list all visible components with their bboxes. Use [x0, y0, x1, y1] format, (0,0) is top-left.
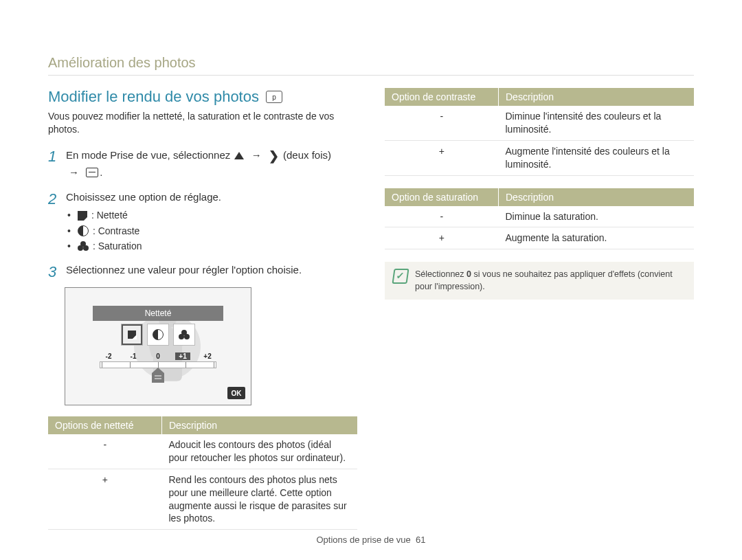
image-adjust-icon [86, 168, 98, 177]
table-cell-option: + [385, 140, 499, 175]
table-header: Options de netteté [48, 416, 162, 434]
lcd-icon-row [121, 324, 195, 346]
scale-label: 0 [150, 352, 166, 360]
table-row: + Augmente l'intensité des couleurs et l… [385, 140, 694, 175]
note-text: Sélectionnez 0 si vous ne souhaitez pas … [415, 269, 686, 293]
bullet-contrast-label: : Contraste [93, 224, 139, 238]
table-cell-option: + [48, 469, 162, 530]
svg-rect-3 [155, 375, 161, 377]
table-row: + Augmente la saturation. [385, 227, 694, 249]
bullet-saturation-label: : Saturation [93, 239, 142, 253]
step-1: 1 En mode Prise de vue, sélectionnez → ❯… [48, 147, 357, 180]
table-cell-option: - [385, 106, 499, 140]
intro-paragraph: Vous pouvez modifier la netteté, la satu… [48, 110, 357, 136]
step-3: 3 Sélectionnez une valeur pour régler l'… [48, 262, 357, 278]
note-box: ✓ Sélectionnez 0 si vous ne souhaitez pa… [385, 262, 694, 300]
chevron-right-icon: ❯ [269, 147, 279, 165]
table-cell-desc: Diminue la saturation. [499, 206, 695, 227]
page: Amélioration des photos Modifier le rend… [0, 0, 742, 560]
arrow-right-icon: → [251, 149, 262, 161]
bullet-sharpness-label: : Netteté [91, 208, 128, 222]
scale-label: -2 [101, 352, 116, 360]
bullet-contrast: : Contraste [67, 224, 357, 238]
lcd-contrast-button[interactable] [147, 324, 169, 346]
columns: Modifier le rendu de vos photos p Vous p… [48, 88, 694, 542]
table-cell-option: - [385, 206, 499, 227]
table-cell-desc: Diminue l'intensité des couleurs et la l… [499, 106, 695, 140]
step-2: 2 Choisissez une option de réglage. : Ne… [48, 190, 357, 254]
step-1-text-twice: (deux fois) [283, 149, 331, 161]
table-header: Description [499, 188, 695, 206]
contrast-table: Option de contraste Description - Diminu… [385, 88, 694, 176]
mode-badge-icon: p [266, 91, 282, 103]
footer-page-number: 61 [416, 535, 425, 545]
scale-label: +2 [200, 352, 215, 360]
bullet-sharpness: : Netteté [67, 208, 357, 222]
saturation-table: Option de saturation Description - Dimin… [385, 188, 694, 250]
lcd-title-bar: Netteté [93, 306, 223, 321]
table-header: Description [499, 88, 695, 106]
step-number: 2 [48, 188, 56, 210]
slider-handle-icon[interactable] [152, 368, 164, 383]
sharpness-table: Options de netteté Description - Adoucit… [48, 416, 357, 530]
footer-label: Options de prise de vue [316, 535, 410, 545]
step-number: 3 [48, 261, 56, 283]
saturation-icon [78, 241, 89, 251]
svg-rect-4 [155, 378, 161, 379]
step-1-text-post: . [100, 166, 102, 178]
table-cell-desc: Adoucit les contours des photos (idéal p… [162, 434, 358, 469]
triangle-up-icon [234, 152, 244, 159]
step-3-text: Sélectionnez une valeur pour régler l'op… [66, 264, 302, 276]
note-icon: ✓ [392, 269, 409, 284]
table-cell-option: + [385, 227, 499, 249]
table-row: - Adoucit les contours des photos (idéal… [48, 434, 357, 469]
table-header: Option de saturation [385, 188, 499, 206]
scale-label: -1 [126, 352, 141, 360]
section-title: Amélioration des photos [48, 0, 694, 76]
saturation-icon [179, 330, 190, 339]
table-row: - Diminue la saturation. [385, 206, 694, 227]
step-number: 1 [48, 146, 56, 168]
table-row: + Rend les contours des photos plus nets… [48, 469, 357, 530]
right-column: Option de contraste Description - Diminu… [385, 88, 694, 542]
sharpness-icon [78, 211, 87, 221]
step-1-text-pre: En mode Prise de vue, sélectionnez [66, 149, 233, 161]
page-heading: Modifier le rendu de vos photos p [48, 88, 357, 106]
left-column: Modifier le rendu de vos photos p Vous p… [48, 88, 357, 542]
contrast-icon [78, 225, 89, 236]
table-cell-desc: Augmente l'intensité des couleurs et la … [499, 140, 695, 175]
sharpness-icon [128, 331, 136, 339]
scale-label-selected: +1 [175, 352, 190, 360]
page-footer: Options de prise de vue 61 [0, 535, 742, 545]
lcd-saturation-button[interactable] [173, 324, 195, 346]
contrast-icon [153, 329, 164, 340]
heading-text: Modifier le rendu de vos photos [48, 88, 259, 106]
step-2-text: Choisissez une option de réglage. [66, 191, 221, 203]
lcd-sharpness-button[interactable] [121, 324, 143, 346]
lcd-ok-button[interactable]: OK [227, 387, 245, 399]
table-header: Description [162, 416, 358, 434]
lcd-preview: Netteté -2 -1 0 +1 +2 [65, 287, 251, 405]
table-header: Option de contraste [385, 88, 499, 106]
table-row: - Diminue l'intensité des couleurs et la… [385, 106, 694, 140]
steps-list: 1 En mode Prise de vue, sélectionnez → ❯… [48, 147, 357, 278]
table-cell-desc: Augmente la saturation. [499, 227, 695, 249]
table-cell-option: - [48, 434, 162, 469]
arrow-right-icon: → [69, 166, 79, 178]
table-cell-desc: Rend les contours des photos plus nets p… [162, 469, 358, 530]
step-2-bullets: : Netteté : Contraste : Saturation [67, 208, 357, 253]
bullet-saturation: : Saturation [67, 239, 357, 253]
